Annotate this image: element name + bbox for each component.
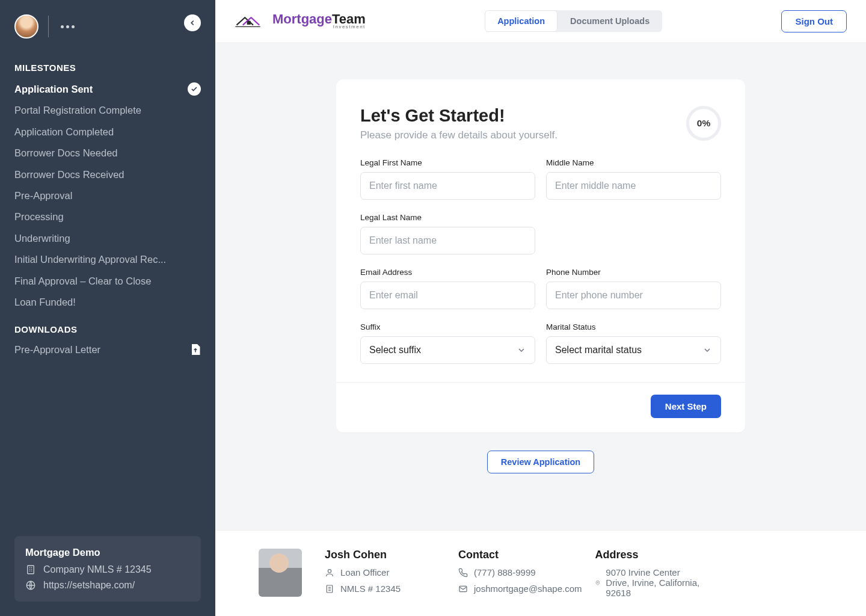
milestones-header: MILESTONES [14,63,201,73]
company-url-text: https://setshape.com/ [43,580,135,591]
last-name-input[interactable] [360,227,535,254]
suffix-label: Suffix [360,322,535,331]
card-footer: Next Step [336,383,745,433]
logo-text: MortgageTeam Investment [272,13,366,29]
contact-phone[interactable]: (777) 888-9999 [458,567,582,578]
contact-email[interactable]: joshmortgage@shape.com [458,584,582,594]
marital-select-value: Select marital status [555,345,642,356]
address-text: 9070 Irvine Center Drive, Irvine, Califo… [606,567,702,598]
form-heading: Let's Get Started! [360,106,557,126]
phone-input[interactable] [546,282,721,309]
main-area: MortgageTeam Investment Application Docu… [215,0,866,616]
contact-block: Contact (777) 888-9999 joshmortgage@shap… [458,549,582,594]
downloads-header: DOWNLOADS [14,324,201,334]
chevron-left-icon [188,19,197,27]
agent-nmls-text: NMLS # 12345 [340,584,401,594]
milestone-label: Underwriting [14,230,70,246]
address-block: Address 9070 Irvine Center Drive, Irvine… [595,549,702,598]
milestone-label: Initial Underwriting Approval Rec... [14,251,166,267]
milestone-portal-registration[interactable]: Portal Registration Complete [14,102,201,118]
milestone-label: Processing [14,209,64,224]
more-menu[interactable] [58,22,77,32]
agent-photo [259,549,302,597]
milestone-final-approval[interactable]: Final Approval – Clear to Close [14,273,201,289]
divider [48,16,49,37]
agent-role: Loan Officer [325,567,445,578]
milestone-label: Pre-Approval [14,188,72,203]
building-icon [325,584,334,594]
globe-icon [25,580,36,591]
milestone-label: Final Approval – Clear to Close [14,273,151,289]
milestone-docs-needed[interactable]: Borrower Docs Needed [14,145,201,161]
review-application-button[interactable]: Review Application [487,451,594,473]
marital-label: Marital Status [546,322,721,331]
house-logo-icon [235,13,268,29]
field-marital: Marital Status Select marital status [546,322,721,364]
check-icon [188,82,201,96]
milestone-label: Portal Registration Complete [14,102,141,118]
milestone-docs-received[interactable]: Borrower Docs Received [14,167,201,182]
card-head: Let's Get Started! Please provide a few … [360,106,721,141]
milestone-processing[interactable]: Processing [14,209,201,224]
card-body: Let's Get Started! Please provide a few … [336,79,745,383]
svg-rect-8 [247,21,251,25]
user-icon [325,568,334,578]
address-title: Address [595,549,702,561]
email-input[interactable] [360,282,535,309]
suffix-select-value: Select suffix [369,345,421,356]
tab-document-uploads[interactable]: Document Uploads [557,10,662,32]
milestone-label: Borrower Docs Received [14,167,124,182]
milestone-preapproval[interactable]: Pre-Approval [14,188,201,203]
building-icon [25,564,36,575]
sign-out-button[interactable]: Sign Out [781,10,847,32]
milestone-application-sent[interactable]: Application Sent [14,81,201,97]
field-email: Email Address [360,268,535,309]
agent-info: Josh Cohen Loan Officer NMLS # 12345 [325,549,445,594]
agent-nmls: NMLS # 12345 [325,584,445,594]
tab-application[interactable]: Application [485,10,557,32]
field-last-name: Legal Last Name [360,213,535,254]
milestone-underwriting[interactable]: Underwriting [14,230,201,246]
milestone-label: Application Sent [14,81,93,97]
address-row: 9070 Irvine Center Drive, Irvine, Califo… [595,567,702,598]
progress-indicator: 0% [686,106,721,141]
download-preapproval-letter[interactable]: Pre-Approval Letter [14,343,201,356]
form-subheading: Please provide a few details about yours… [360,129,557,141]
user-avatar[interactable] [14,14,38,38]
milestone-loan-funded[interactable]: Loan Funded! [14,294,201,310]
agent-name: Josh Cohen [325,549,445,561]
first-name-label: Legal First Name [360,158,535,167]
milestone-application-completed[interactable]: Application Completed [14,124,201,140]
next-step-button[interactable]: Next Step [651,395,721,418]
collapse-sidebar-button[interactable] [184,14,201,31]
form-card: Let's Get Started! Please provide a few … [336,79,745,433]
last-name-label: Legal Last Name [360,213,535,222]
phone-icon [458,568,468,578]
company-url[interactable]: https://setshape.com/ [25,580,190,591]
milestone-label: Loan Funded! [14,294,76,310]
company-name: Mortgage Demo [25,547,190,558]
marital-select[interactable]: Select marital status [546,336,721,364]
sidebar-top [14,14,201,48]
contact-phone-text: (777) 888-9999 [474,567,536,578]
suffix-select[interactable]: Select suffix [360,336,535,364]
chevron-down-icon [702,345,712,355]
contact-title: Contact [458,549,582,561]
company-card: Mortgage Demo Company NMLS # 12345 https… [14,536,201,602]
phone-label: Phone Number [546,268,721,277]
content: Let's Get Started! Please provide a few … [215,42,866,616]
milestone-initial-approval[interactable]: Initial Underwriting Approval Rec... [14,251,201,267]
first-name-input[interactable] [360,172,535,200]
contact-email-text: joshmortgage@shape.com [474,584,582,594]
footer: Josh Cohen Loan Officer NMLS # 12345 Con… [215,530,866,616]
middle-name-label: Middle Name [546,158,721,167]
middle-name-input[interactable] [546,172,721,200]
company-nmls-text: Company NMLS # 12345 [43,564,152,575]
agent-role-text: Loan Officer [340,567,389,578]
logo: MortgageTeam Investment [235,13,366,29]
svg-point-10 [328,569,331,572]
milestone-list: Application Sent Portal Registration Com… [14,81,201,310]
mail-icon [458,584,468,594]
svg-point-16 [597,582,598,583]
form-grid: Legal First Name Middle Name Legal Last … [360,158,721,364]
